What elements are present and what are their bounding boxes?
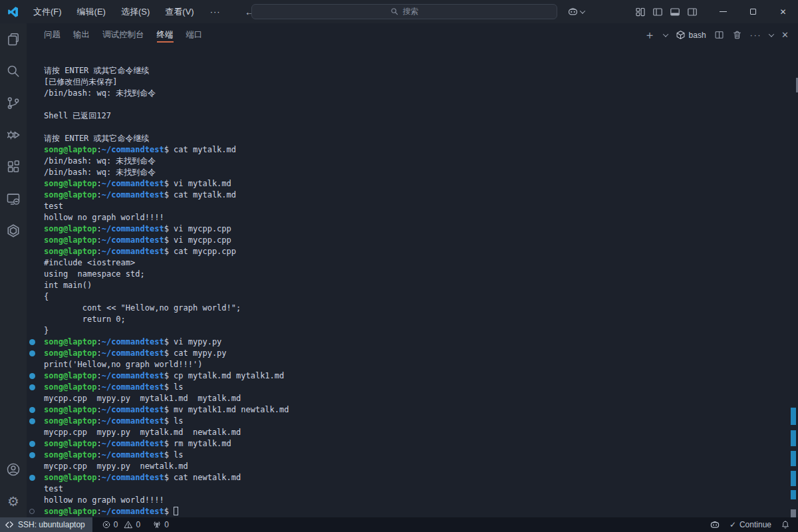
maximize-button[interactable]	[738, 0, 768, 23]
menu-file[interactable]: 文件(F)	[27, 3, 68, 21]
source-control-icon	[6, 96, 21, 110]
terminal-line: 请按 ENTER 或其它命令继续	[27, 65, 798, 76]
tab-debug-console[interactable]: 调试控制台	[102, 23, 144, 47]
files-icon	[6, 32, 21, 47]
terminal-line: song@laptop:~/commandtest$ cat mycpp.cpp	[27, 246, 798, 257]
activity-settings[interactable]: ⚙	[0, 485, 27, 517]
terminal-line: {	[27, 291, 798, 303]
terminal-profile-dropdown[interactable]	[662, 31, 668, 37]
warning-icon	[124, 520, 133, 529]
extensions-icon	[6, 160, 21, 174]
close-panel-button[interactable]: ✕	[781, 30, 789, 40]
terminal-line: print('Hellow,no graph world!!!')	[27, 359, 798, 370]
notifications-bell-icon[interactable]	[781, 520, 790, 529]
check-icon: ✓	[730, 520, 736, 529]
command-decoration-icon[interactable]	[29, 339, 35, 345]
terminal-line: 请按 ENTER 或其它命令继续	[27, 133, 798, 144]
terminal[interactable]: 请按 ENTER 或其它命令继续[已修改但尚未保存]/bin/bash: wq:…	[27, 47, 798, 517]
terminal-line: int main()	[27, 280, 798, 291]
terminal-output: 请按 ENTER 或其它命令继续[已修改但尚未保存]/bin/bash: wq:…	[27, 47, 798, 517]
command-decoration-icon[interactable]	[29, 418, 35, 424]
minimize-button[interactable]	[708, 0, 738, 23]
terminal-line: hollow no graph world!!!!	[27, 212, 798, 223]
remote-indicator[interactable]: SSH: ubuntulaptop	[0, 517, 92, 532]
command-decoration-icon[interactable]	[29, 452, 35, 458]
terminal-cursor	[174, 507, 178, 515]
error-icon	[102, 520, 111, 529]
panel-more-button[interactable]: ···	[750, 30, 762, 40]
radio-tower-icon	[152, 520, 162, 529]
activity-source-control[interactable]	[0, 87, 27, 119]
terminal-line: mycpp.cpp mypy.py mytalk.md newtalk.md	[27, 427, 798, 438]
terminal-line: song@laptop:~/commandtest$ ls	[27, 450, 798, 461]
command-decoration-icon[interactable]	[29, 475, 35, 481]
activity-run-debug[interactable]	[0, 119, 27, 151]
activity-remote-explorer[interactable]	[0, 183, 27, 215]
chevron-down-icon	[580, 8, 585, 13]
command-decoration-icon[interactable]	[29, 350, 35, 356]
tab-ports[interactable]: 端口	[186, 23, 203, 47]
tab-output[interactable]: 输出	[73, 23, 90, 47]
terminal-line	[27, 122, 798, 133]
activity-explorer[interactable]	[0, 23, 27, 55]
terminal-line: song@laptop:~/commandtest$	[27, 506, 798, 517]
menu-more-button[interactable]: ···	[203, 4, 227, 19]
command-decoration-icon[interactable]	[29, 441, 35, 447]
terminal-line: song@laptop:~/commandtest$ vi mypy.py	[27, 336, 798, 348]
tab-terminal[interactable]: 终端	[157, 23, 174, 47]
remote-explorer-icon	[6, 192, 21, 206]
terminal-line: /bin/bash: wq: 未找到命令	[27, 156, 798, 167]
copilot-status-icon[interactable]	[710, 519, 720, 530]
problems-status[interactable]: 0 0	[102, 520, 140, 529]
terminal-line: /bin/bash: wq: 未找到命令	[27, 167, 798, 178]
menu-edit[interactable]: 编辑(E)	[71, 3, 112, 21]
menu-view[interactable]: 查看(V)	[159, 3, 200, 21]
copilot-button[interactable]	[567, 6, 585, 17]
toggle-primary-sidebar-button[interactable]	[652, 7, 663, 17]
menu-selection[interactable]: 选择(S)	[115, 3, 156, 21]
terminal-line: song@laptop:~/commandtest$ cp mytalk.md …	[27, 370, 798, 382]
terminal-line: Shell 已返回127	[27, 110, 798, 122]
terminal-line: test	[27, 201, 798, 212]
terminal-line: song@laptop:~/commandtest$ ls	[27, 416, 798, 427]
maximize-icon	[750, 9, 756, 15]
close-icon: ✕	[779, 7, 786, 17]
tab-problems[interactable]: 问题	[44, 23, 61, 47]
activity-hexagon-extension[interactable]	[0, 215, 27, 247]
terminal-name: bash	[689, 31, 706, 40]
activity-extensions[interactable]	[0, 151, 27, 183]
activity-account[interactable]	[0, 454, 27, 485]
toggle-panel-button[interactable]	[670, 7, 680, 17]
command-decoration-ring-icon[interactable]	[29, 509, 35, 514]
terminal-list-item-bash[interactable]: bash	[676, 30, 706, 40]
activity-bar: ⚙	[0, 23, 27, 517]
terminal-line: song@laptop:~/commandtest$ ls	[27, 382, 798, 393]
terminal-line: return 0;	[27, 314, 798, 325]
command-center-search[interactable]: 搜索	[251, 4, 557, 19]
terminal-bash-icon	[676, 30, 686, 40]
toggle-secondary-sidebar-button[interactable]	[687, 7, 698, 17]
continue-label: Continue	[739, 520, 771, 529]
ports-status[interactable]: 0	[152, 520, 169, 529]
warning-count: 0	[136, 520, 140, 529]
kill-terminal-button[interactable]	[732, 30, 742, 40]
command-decoration-icon[interactable]	[29, 384, 35, 390]
ports-count: 0	[164, 520, 169, 529]
copilot-icon	[567, 6, 579, 17]
vscode-logo-icon	[7, 6, 19, 18]
remote-icon	[5, 520, 14, 529]
remote-label: SSH: ubuntulaptop	[18, 520, 85, 529]
new-terminal-button[interactable]: ＋	[644, 29, 656, 41]
terminal-line: #include <iostream>	[27, 257, 798, 269]
activity-search[interactable]	[0, 55, 27, 87]
minimize-icon	[720, 11, 727, 12]
command-decoration-icon[interactable]	[29, 407, 35, 413]
split-terminal-button[interactable]	[714, 30, 724, 40]
command-decoration-icon[interactable]	[29, 373, 35, 379]
hide-panel-button[interactable]	[769, 31, 774, 37]
close-button[interactable]: ✕	[768, 0, 798, 23]
terminal-line: song@laptop:~/commandtest$ vi mycpp.cpp	[27, 223, 798, 235]
continue-button[interactable]: ✓ Continue	[730, 520, 771, 529]
status-bar: SSH: ubuntulaptop 0 0 0 ✓ Continue	[0, 517, 798, 532]
customize-layout-button[interactable]	[635, 7, 646, 17]
